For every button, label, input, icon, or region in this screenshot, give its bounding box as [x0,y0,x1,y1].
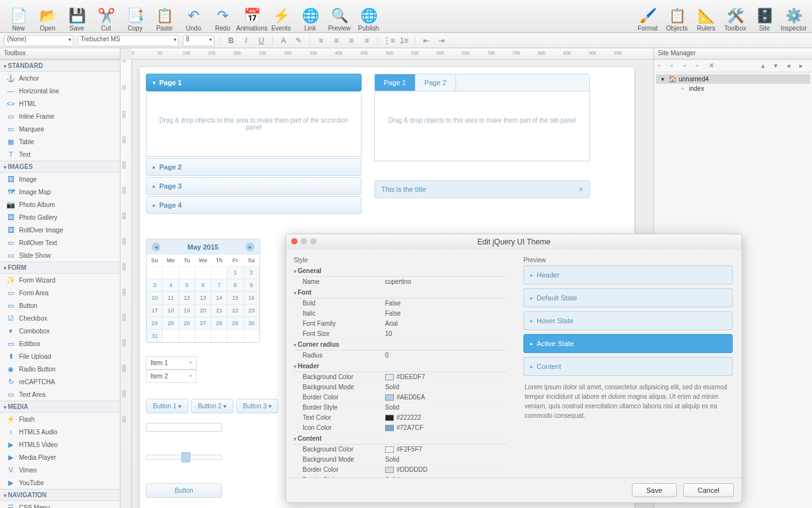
calendar-day[interactable]: 24 [147,317,162,330]
toolbox-item[interactable]: ☑Checkbox [0,312,120,324]
preview-item[interactable]: ▸Active State [523,334,733,353]
property-value[interactable]: cupertino [385,278,507,285]
bold-icon[interactable]: B [225,35,237,46]
site-button[interactable]: 🗄️Site [750,1,779,32]
property-group[interactable]: General [294,265,507,277]
toolbox-item[interactable]: ☰CSS Menu [0,501,120,508]
calendar-day[interactable]: 2 [244,266,259,279]
property-value[interactable]: 10 [385,330,507,337]
calendar-day[interactable]: 29 [227,317,243,330]
toolbox-item[interactable]: ▭Marquee [0,123,120,135]
property-value[interactable]: #AED0EA [385,394,507,401]
toolbox-button[interactable]: 🛠️Toolbox [721,1,750,32]
animations-button[interactable]: 📅Animations [237,1,266,32]
list-item[interactable]: Item 1▸ [146,356,197,370]
slider-widget[interactable] [146,455,222,460]
property-value[interactable]: Solid [385,456,507,463]
property-value[interactable]: Solid [385,404,507,411]
edit-theme-dialog[interactable]: Edit jQuery UI Theme Style GeneralNamecu… [285,234,742,503]
button[interactable]: Button [146,483,222,498]
list-bullet-icon[interactable]: ⋮≡ [383,35,395,46]
arrow-left-icon[interactable]: ◂ [787,62,796,70]
toolbox-category[interactable]: STANDARD [0,60,120,72]
toolbox-item[interactable]: 🖼Photo Gallery [0,211,120,224]
cancel-button[interactable]: Cancel [683,483,734,497]
toolbox-item[interactable]: ◉Radio Button [0,363,120,375]
inspector-button[interactable]: ⚙️Inspector [779,1,808,32]
clone-icon[interactable]: ▫ [683,62,692,70]
property-row[interactable]: BoldFalse [294,298,507,309]
property-row[interactable]: Border Color#AED0EA [294,392,507,403]
property-value[interactable]: #72A7CF [385,424,507,431]
calendar-day[interactable]: 4 [162,279,178,291]
toolbox-item[interactable]: —Horizontal line [0,84,120,97]
font-select[interactable]: Trebuchet MS [77,35,179,46]
calendar-day[interactable]: 10 [147,291,162,304]
preview-item[interactable]: ▸Content [523,357,733,376]
calendar-day[interactable]: 5 [179,279,195,291]
toolbox-item[interactable]: 🗺Image Map [0,185,120,198]
property-value[interactable]: False [385,310,507,317]
calendar-day[interactable]: 20 [195,304,211,317]
calendar-widget[interactable]: ◂ May 2015 ▸ SuMoTuWeThFrSa1234567891011… [146,239,260,343]
calendar-day[interactable]: 12 [179,291,195,304]
tree-item[interactable]: ▫index [656,84,810,93]
toolbox-category[interactable]: NAVIGATION [0,489,120,501]
property-row[interactable]: Font Size10 [294,329,507,339]
toolbox-item[interactable]: <>HTML [0,97,120,110]
new-folder-icon[interactable]: ▫ [671,62,679,70]
toolbox-item[interactable]: ↻reCAPTCHA [0,375,120,388]
window-minimize-icon[interactable] [301,238,307,244]
toolbox-item[interactable]: ♪HTML5 Audio [0,425,120,438]
calendar-day[interactable]: 9 [244,279,259,291]
toolbox-item[interactable]: ✨Form Wizard [0,274,120,286]
calendar-day[interactable]: 7 [211,279,227,291]
toolbox-category[interactable]: MEDIA [0,401,120,413]
toolbox-item[interactable]: ⚓Anchor [0,72,120,84]
calendar-day[interactable]: 30 [244,317,259,330]
calendar-day[interactable]: 13 [195,291,211,304]
edit-icon[interactable]: ▫ [696,62,705,70]
calendar-day[interactable]: 11 [162,291,178,304]
toolbox-item[interactable]: ▭Form Area [0,286,120,299]
toolbox-item[interactable]: ▭Button [0,299,120,312]
cut-button[interactable]: ✂️Cut [91,1,121,32]
property-group[interactable]: Header [294,361,507,372]
new-page-icon[interactable]: ▫ [658,62,667,70]
toolbox-item[interactable]: ▭Editbox [0,337,120,350]
property-row[interactable]: Border Color#DDDDDD [294,465,507,475]
calendar-prev-icon[interactable]: ◂ [152,243,160,251]
property-row[interactable]: ItalicFalse [294,309,507,319]
toolbox-item[interactable]: ⬆File Upload [0,350,120,363]
events-button[interactable]: ⚡Events [266,1,296,32]
arrow-up-icon[interactable]: ▴ [761,62,770,70]
preview-item[interactable]: ▸Hover State [523,311,733,330]
calendar-next-icon[interactable]: ▸ [246,243,254,251]
tab[interactable]: Page 2 [416,74,456,91]
toolbox-category[interactable]: IMAGES [0,161,120,173]
indent-icon[interactable]: ⇥ [436,35,447,46]
paste-button[interactable]: 📋Paste [150,1,179,32]
preview-item[interactable]: ▸Default State [523,288,733,307]
align-left-icon[interactable]: ≡ [315,35,327,46]
tab-body[interactable]: Drag & drop objects to this area to make… [374,91,590,161]
accordion-widget[interactable]: ▾Page 1 Drag & drop objects to this area… [146,74,362,214]
toolbox-item[interactable]: ▭RollOver Text [0,236,120,249]
calendar-day[interactable]: 8 [227,279,243,291]
toolbox-item[interactable]: 🖼RollOver Image [0,224,120,236]
toolbox-item[interactable]: ▭Slide Show [0,249,120,262]
rulers-button[interactable]: 📐Rulers [691,1,721,32]
property-row[interactable]: Background Color#DEEDF7 [294,372,507,382]
notification-widget[interactable]: This is the title × [374,180,590,198]
property-row[interactable]: Icon Color#72A7CF [294,423,507,433]
toolbox-item[interactable]: ▭Text Area [0,388,120,401]
calendar-day[interactable]: 15 [227,291,243,304]
preview-button[interactable]: 🔍Preview [325,1,354,32]
calendar-day[interactable]: 1 [227,266,243,279]
toolbox-item[interactable]: ▭Inline Frame [0,110,120,123]
property-value[interactable]: #222222 [385,414,507,421]
calendar-day[interactable]: 21 [211,304,227,317]
slider-handle[interactable] [181,452,190,462]
style-select[interactable]: (None) [4,35,74,46]
accordion-body[interactable]: Drag & drop objects to this area to make… [146,91,362,157]
